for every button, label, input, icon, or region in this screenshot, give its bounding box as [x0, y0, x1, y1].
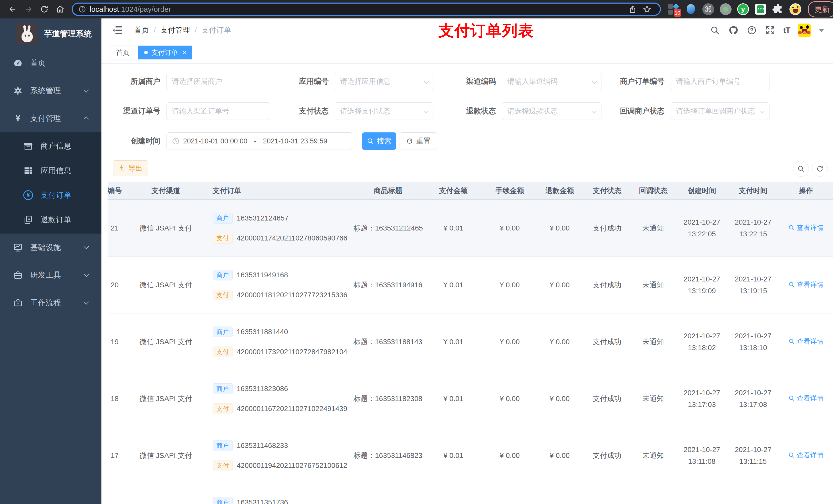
col-header-order: 支付订单: [210, 186, 354, 196]
reset-button[interactable]: 重置: [400, 133, 437, 150]
cell-notify: 未通知: [630, 223, 676, 233]
tab-home[interactable]: 首页: [110, 46, 135, 59]
breadcrumb-home[interactable]: 首页: [134, 25, 149, 35]
merchant-order-no: 1635311949168: [237, 271, 288, 279]
header-search-icon[interactable]: [710, 25, 720, 35]
view-detail-link[interactable]: 查看详情: [788, 223, 824, 232]
reload-icon[interactable]: [39, 4, 50, 15]
page-info-icon[interactable]: [78, 5, 86, 13]
sidebar-item-system[interactable]: 系统管理: [0, 77, 101, 104]
col-header-notify: 回调状态: [630, 186, 676, 196]
back-icon[interactable]: [7, 4, 18, 15]
chat-extension-icon[interactable]: [755, 3, 766, 15]
channel-code-select[interactable]: [502, 73, 601, 90]
clock-icon: [172, 137, 180, 145]
refund-status-select[interactable]: [502, 102, 601, 120]
search-button[interactable]: 搜索: [362, 133, 396, 150]
channel-code-input[interactable]: [507, 77, 596, 86]
command-extension-icon[interactable]: ⌘: [703, 3, 714, 15]
col-header-refund: 退款金额: [536, 186, 584, 196]
app-select[interactable]: [335, 73, 433, 90]
view-detail-link[interactable]: 查看详情: [788, 394, 824, 403]
merchant-input[interactable]: [172, 77, 265, 86]
reset-button-label: 重置: [416, 136, 431, 146]
channel-order-no-input[interactable]: [172, 107, 265, 115]
search-toggle-button[interactable]: [793, 161, 809, 177]
col-header-channel: 支付渠道: [122, 186, 210, 196]
merchant-order-no: 1635311823086: [237, 385, 288, 393]
url-bar[interactable]: localhost:1024/pay/order: [72, 3, 661, 16]
sidebar-item-infrastructure[interactable]: 基础设施: [0, 234, 101, 261]
pay-status-select[interactable]: [335, 102, 433, 120]
user-avatar[interactable]: [798, 24, 811, 37]
url-text[interactable]: localhost:1024/pay/order: [90, 5, 171, 14]
tab-pay-order[interactable]: 支付订单 ×: [138, 46, 192, 59]
pay-tag: 支付: [213, 346, 233, 357]
merchant-order-no-input[interactable]: [676, 77, 764, 86]
view-detail-link[interactable]: 查看详情: [788, 451, 824, 460]
sidebar-collapse-icon[interactable]: [112, 25, 123, 36]
channel-order-no-field[interactable]: [166, 102, 270, 120]
view-detail-link[interactable]: 查看详情: [788, 280, 824, 289]
emoji-extension-icon[interactable]: [789, 3, 801, 15]
merchant-order-no-field[interactable]: [671, 73, 769, 90]
browser-update-button[interactable]: 更新: [808, 1, 833, 18]
view-detail-link[interactable]: 查看详情: [788, 337, 824, 346]
pay-order-no: 4200001174202110278060590766: [237, 234, 347, 242]
sidebar-item-workflow[interactable]: 工作流程: [0, 289, 101, 316]
sidebar-item-payment[interactable]: ¥ 支付管理: [0, 104, 101, 132]
breadcrumb-pay-manage[interactable]: 支付管理: [160, 25, 190, 35]
cell-status: 支付成功: [584, 223, 630, 233]
sidebar-item-merchant-info[interactable]: 商户信息: [0, 134, 101, 158]
sidebar-item-home[interactable]: 首页: [0, 49, 101, 77]
export-button[interactable]: 导出: [113, 160, 148, 176]
cell-refund: ¥ 0.00: [536, 452, 584, 460]
refund-status-input[interactable]: [507, 107, 596, 115]
date-range-picker[interactable]: 2021-10-01 00:00:00 - 2021-10-31 23:59:5…: [166, 133, 352, 150]
recorder-extension-icon[interactable]: [720, 3, 732, 15]
merchant-order-no: 1635311351736: [237, 498, 288, 504]
extensions-puzzle-icon[interactable]: [772, 3, 784, 15]
sidebar-item-refund-order[interactable]: 退款订单: [0, 208, 101, 232]
col-header-id: 编号: [108, 186, 122, 196]
table-row: 17 微信 JSAPI 支付 商户1635311468233 支付4200001…: [108, 427, 833, 484]
filter-merchant: 所属商户: [108, 73, 270, 90]
home-icon[interactable]: [54, 4, 66, 15]
sketch-extension-icon[interactable]: 10: [668, 3, 679, 15]
pay-order-no: 4200001173202110272847982104: [237, 348, 347, 356]
cell-notify: 未通知: [630, 337, 676, 347]
merchant-tag: 商户: [213, 440, 233, 451]
cell-paid: 2021-10-2713:19:15: [728, 275, 779, 295]
sidebar-item-label: 应用信息: [41, 165, 71, 176]
notify-status-select[interactable]: [671, 102, 769, 120]
briefcase-icon: [12, 297, 24, 308]
sidebar-item-dev-tools[interactable]: 研发工具: [0, 261, 101, 289]
sidebar-item-pay-order[interactable]: ¥ 支付订单: [0, 183, 101, 208]
fullscreen-icon[interactable]: [765, 25, 776, 35]
refresh-button[interactable]: [812, 161, 828, 177]
bookmark-star-icon[interactable]: [641, 4, 653, 15]
help-icon[interactable]: [746, 25, 757, 35]
cell-action: 查看详情: [779, 394, 833, 404]
app-title: 芋道管理系统: [44, 28, 92, 39]
avatar-caret-icon[interactable]: [819, 29, 824, 32]
command-glyph: ⌘: [703, 3, 714, 15]
notify-status-input[interactable]: [676, 107, 764, 115]
y-extension-icon[interactable]: y: [737, 3, 749, 15]
share-icon[interactable]: [627, 4, 638, 15]
filter-refund-status: 退款状态: [443, 102, 601, 120]
filter-label: 回调商户状态: [594, 106, 671, 116]
col-header-created: 创建时间: [676, 186, 728, 196]
tab-close-icon[interactable]: ×: [183, 49, 187, 56]
merchant-select[interactable]: [166, 73, 270, 90]
breadcrumb-current: 支付订单: [201, 25, 231, 35]
pay-status-input[interactable]: [340, 107, 428, 115]
gem-extension-icon[interactable]: [685, 3, 697, 15]
sidebar-item-app-info[interactable]: 应用信息: [0, 158, 101, 183]
font-size-icon[interactable]: tT: [783, 26, 790, 35]
forward-icon[interactable]: [23, 4, 34, 15]
app-header: 首页 / 支付管理 / 支付订单 支付订单列表: [101, 19, 833, 42]
sidebar-item-label: 退款订单: [41, 215, 71, 225]
app-input[interactable]: [340, 77, 428, 86]
github-icon[interactable]: [728, 25, 739, 35]
